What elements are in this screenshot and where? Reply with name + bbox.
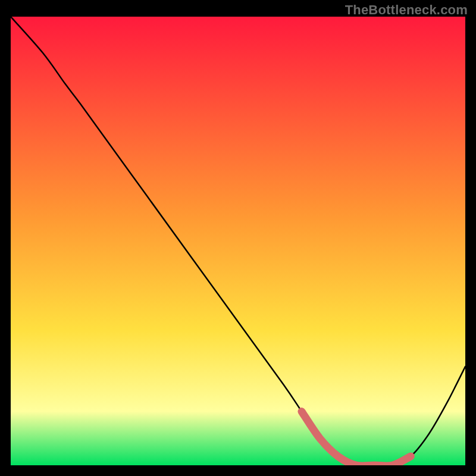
gradient-bg [11, 17, 465, 465]
chart-stage: TheBottleneck.com [0, 0, 476, 476]
plot-svg [11, 17, 465, 465]
watermark-text: TheBottleneck.com [345, 2, 468, 18]
plot-area [11, 17, 465, 465]
